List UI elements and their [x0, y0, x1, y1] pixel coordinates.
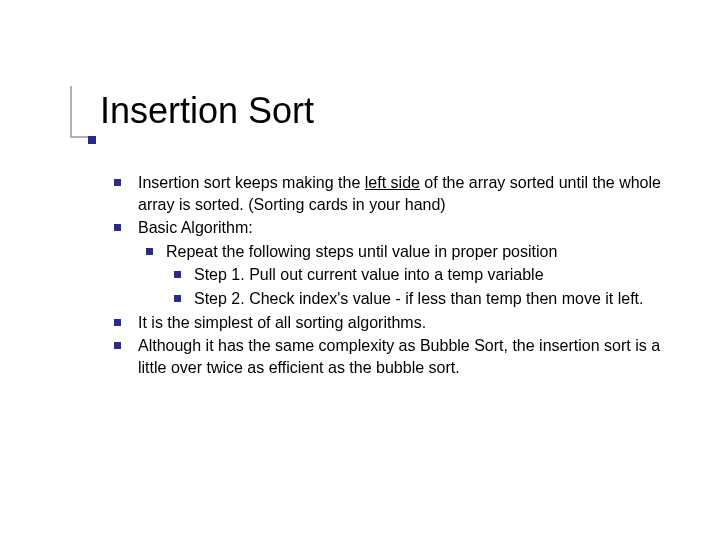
- bullet-item: Step 1. Pull out current value into a te…: [166, 264, 670, 286]
- bullet-text: It is the simplest of all sorting algori…: [138, 314, 426, 331]
- bullet-text-underline: left side: [365, 174, 420, 191]
- slide-content: Insertion sort keeps making the left sid…: [110, 172, 670, 380]
- title-bullet-decoration: [88, 136, 96, 144]
- bullet-item: It is the simplest of all sorting algori…: [110, 312, 670, 334]
- bullet-text: Step 2. Check index's value - if less th…: [194, 290, 644, 307]
- bullet-item: Basic Algorithm: Repeat the following st…: [110, 217, 670, 309]
- bullet-text: Step 1. Pull out current value into a te…: [194, 266, 544, 283]
- bullet-item: Although it has the same complexity as B…: [110, 335, 670, 378]
- bullet-text-pre: Insertion sort keeps making the: [138, 174, 365, 191]
- bullet-list-level2: Repeat the following steps until value i…: [138, 241, 670, 310]
- bullet-text: Repeat the following steps until value i…: [166, 243, 557, 260]
- slide-title: Insertion Sort: [100, 90, 314, 132]
- bullet-list-level1: Insertion sort keeps making the left sid…: [110, 172, 670, 378]
- bullet-item: Insertion sort keeps making the left sid…: [110, 172, 670, 215]
- bullet-text: Basic Algorithm:: [138, 219, 253, 236]
- title-rule-decoration: [70, 86, 90, 138]
- bullet-item: Step 2. Check index's value - if less th…: [166, 288, 670, 310]
- bullet-text: Although it has the same complexity as B…: [138, 337, 660, 376]
- bullet-list-level3: Step 1. Pull out current value into a te…: [166, 264, 670, 309]
- bullet-item: Repeat the following steps until value i…: [138, 241, 670, 310]
